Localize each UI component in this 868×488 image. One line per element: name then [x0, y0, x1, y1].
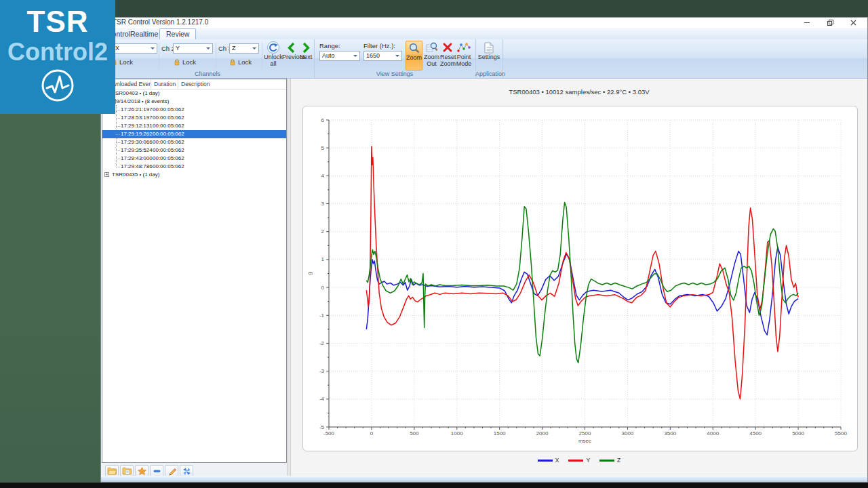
star-icon	[138, 467, 146, 475]
zoom-out-button[interactable]: Zoom Out	[424, 41, 439, 70]
filter-select[interactable]: 1650	[363, 51, 402, 61]
device-node[interactable]: +TSR00435 • (1 day)	[102, 171, 286, 179]
title-bar: TSR Control Version 1.2.1217.0	[101, 18, 867, 28]
lock-icon	[174, 59, 180, 66]
ch3-lock-toggle[interactable]: Lock	[229, 58, 252, 66]
logo-emblem-icon	[40, 68, 75, 103]
legend-item-x: X	[538, 457, 559, 464]
minimize-icon	[804, 22, 810, 23]
range-select[interactable]: Auto	[319, 51, 360, 61]
event-row-selected[interactable]: 17:29:19:26200:00:05:062	[102, 130, 286, 138]
tab-review[interactable]: Review	[159, 28, 196, 40]
lock-icon	[229, 59, 236, 66]
svg-text:-2: -2	[319, 340, 325, 346]
open-folder-icon	[107, 467, 117, 475]
zoom-button[interactable]: Zoom	[406, 41, 422, 70]
device-node[interactable]: −TSR00403 • (1 day)	[102, 89, 286, 98]
waveform-chart[interactable]: -500050010001500200025003000350040004500…	[303, 106, 856, 449]
svg-text:-3: -3	[319, 368, 325, 374]
chevron-left-icon	[286, 42, 296, 54]
date-node[interactable]: −9/14/2018 • (8 events)	[102, 98, 286, 106]
svg-text:5000: 5000	[792, 430, 804, 436]
channels-caption: Channels	[101, 70, 314, 77]
event-row[interactable]: 17:29:30:06600:00:05:062	[102, 138, 286, 146]
chevron-right-icon	[301, 42, 311, 54]
svg-text:g: g	[307, 272, 313, 274]
expand-icon[interactable]: +	[104, 172, 109, 177]
svg-text:2500: 2500	[579, 430, 591, 436]
range-label: Range:	[319, 42, 340, 49]
chart-title: TSR00403 • 10012 samples/sec • 22.9°C • …	[291, 88, 867, 96]
svg-text:3: 3	[321, 201, 325, 207]
ribbon-group-channels: Ch 1: X Lock Ch 2: Y Lock Ch 3: Z Lock	[101, 39, 315, 78]
column-description[interactable]: Description	[178, 79, 260, 89]
status-bar	[101, 476, 867, 482]
svg-text:6: 6	[321, 117, 325, 123]
restore-icon	[827, 20, 833, 26]
svg-text:0: 0	[370, 430, 374, 436]
svg-text:1: 1	[321, 256, 325, 262]
column-duration[interactable]: Duration	[151, 79, 178, 89]
taskbar[interactable]	[0, 483, 868, 488]
event-row[interactable]: 17:29:43:00000:00:05:062	[102, 155, 286, 163]
event-row[interactable]: 17:26:21:19700:00:05:062	[102, 106, 286, 114]
chart-panel: -500050010001500200025003000350040004500…	[302, 106, 858, 451]
tab-realtime-label: Realtime	[130, 30, 158, 38]
previous-button[interactable]: Previous	[282, 41, 300, 70]
svg-text:4000: 4000	[707, 430, 719, 436]
ch2-select[interactable]: Y	[173, 43, 213, 54]
logo-line1: TSR	[0, 4, 115, 39]
tab-review-label: Review	[166, 30, 189, 38]
next-button[interactable]: Next	[298, 41, 313, 70]
event-row[interactable]: 17:28:53:19700:00:05:062	[102, 114, 286, 122]
pencil-icon	[167, 467, 176, 476]
filter-label: Filter (Hz.):	[363, 42, 395, 49]
ch3-select[interactable]: Z	[229, 43, 259, 54]
legend-label-x: X	[555, 457, 559, 464]
ribbon-tabstrip: Control Realtime Review	[101, 28, 867, 39]
event-row[interactable]: 17:29:48:78600:00:05:062	[102, 163, 286, 171]
legend-swatch-z	[599, 460, 614, 462]
logo-line2: Control2	[0, 39, 115, 65]
red-x-icon	[442, 42, 453, 53]
tab-realtime[interactable]: Realtime	[124, 29, 164, 39]
ch2-lock-toggle[interactable]: Lock	[174, 58, 196, 66]
settings-document-icon	[484, 42, 494, 54]
legend-swatch-y	[568, 460, 583, 462]
svg-text:3000: 3000	[622, 430, 634, 436]
svg-text:2: 2	[321, 228, 325, 235]
settings-button[interactable]: Settings	[477, 41, 501, 70]
legend-item-y: Y	[568, 457, 590, 464]
restore-button[interactable]	[818, 18, 842, 28]
svg-text:-1: -1	[319, 312, 325, 319]
events-list-header: Downloaded Events Duration Description	[102, 79, 286, 89]
svg-text:-4: -4	[319, 396, 325, 402]
application-caption: Application	[475, 70, 502, 77]
point-mode-icon	[457, 42, 471, 53]
magnifier-icon	[408, 42, 420, 54]
svg-text:4: 4	[321, 173, 325, 179]
reset-zoom-button[interactable]: Reset Zoom	[440, 41, 455, 70]
point-mode-button[interactable]: Point Mode	[455, 41, 473, 70]
pinwheel-icon	[182, 467, 191, 476]
legend-label-z: Z	[617, 457, 620, 464]
legend-swatch-x	[538, 460, 553, 462]
svg-text:1000: 1000	[451, 430, 463, 436]
event-row[interactable]: 17:29:12:13100:00:05:062	[102, 122, 286, 130]
event-row[interactable]: 17:29:35:52400:00:05:062	[102, 146, 286, 155]
svg-text:1500: 1500	[494, 430, 506, 436]
zoom-out-icon	[426, 41, 438, 54]
ch1-select[interactable]: X	[113, 43, 157, 54]
close-button[interactable]	[842, 18, 865, 28]
events-pane: Downloaded Events Duration Description −…	[101, 79, 288, 476]
unlock-all-icon	[267, 41, 280, 54]
svg-text:3500: 3500	[664, 430, 676, 436]
svg-text:5500: 5500	[835, 430, 847, 436]
svg-text:-500: -500	[323, 430, 335, 436]
svg-text:msec: msec	[578, 438, 591, 444]
window-title: TSR Control Version 1.2.1217.0	[113, 18, 208, 26]
chart-pane: TSR00403 • 10012 samples/sec • 22.9°C • …	[291, 79, 867, 476]
minimize-button[interactable]	[795, 18, 818, 28]
ribbon-group-application: Settings Application	[475, 39, 503, 78]
unlock-all-button[interactable]: Unlock all	[263, 41, 283, 70]
